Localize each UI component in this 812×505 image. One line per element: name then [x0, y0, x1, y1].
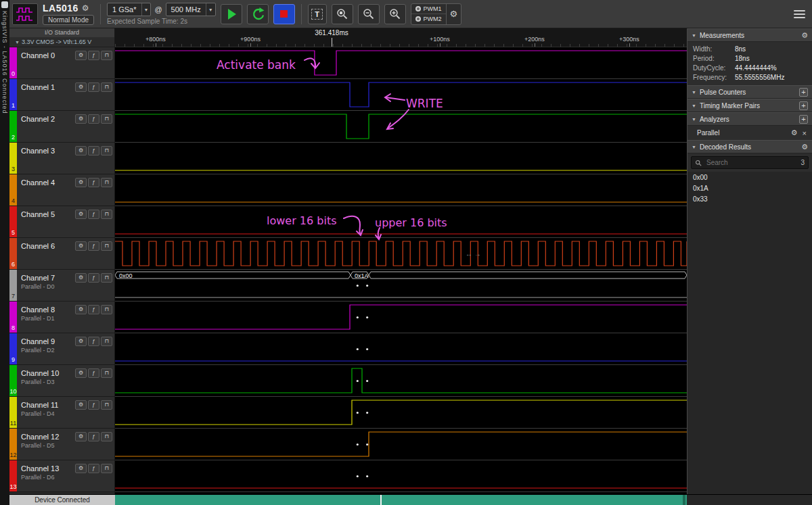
- device-mode-button[interactable]: Normal Mode: [43, 15, 94, 25]
- zoom-out-button[interactable]: [358, 4, 380, 24]
- waveform-rows[interactable]: ↔ →0x000x1A: [115, 47, 687, 492]
- waveform-row[interactable]: [115, 47, 687, 79]
- waveform-row[interactable]: [115, 397, 687, 429]
- channel-badge[interactable]: 3: [9, 143, 17, 174]
- channel-settings-button[interactable]: ⚙: [75, 432, 87, 441]
- add-analyzer-button[interactable]: +: [799, 115, 808, 124]
- channel-trigger-button[interactable]: ƒ: [88, 178, 99, 187]
- channel-trigger-button[interactable]: ƒ: [88, 368, 99, 378]
- channel-settings-button[interactable]: ⚙: [75, 464, 87, 473]
- channel-row[interactable]: 6Channel 6⚙ƒ⊓: [9, 238, 114, 270]
- channel-row[interactable]: 1Channel 1⚙ƒ⊓: [9, 79, 114, 111]
- channel-settings-button[interactable]: ⚙: [75, 241, 87, 251]
- channel-measure-button[interactable]: ⊓: [101, 51, 112, 60]
- pulse-counters-header[interactable]: ▼ Pulse Counters +: [687, 85, 812, 99]
- decoded-results-header[interactable]: ▼ Decoded Results ⚙: [687, 140, 812, 153]
- channel-trigger-button[interactable]: ƒ: [88, 273, 99, 283]
- decoded-result-item[interactable]: 0x33: [687, 193, 812, 204]
- channel-measure-button[interactable]: ⊓: [101, 82, 112, 92]
- channel-row[interactable]: 11Channel 11Parallel - D4⚙ƒ⊓: [9, 397, 114, 429]
- channel-trigger-button[interactable]: ƒ: [88, 305, 99, 314]
- search-box[interactable]: 3: [691, 156, 809, 169]
- channel-badge[interactable]: 4: [9, 174, 17, 206]
- channel-row[interactable]: 7Channel 7Parallel - D0⚙ƒ⊓: [9, 270, 114, 302]
- channel-row[interactable]: 9Channel 9Parallel - D2⚙ƒ⊓: [9, 333, 114, 365]
- channel-measure-button[interactable]: ⊓: [101, 368, 112, 378]
- channel-measure-button[interactable]: ⊓: [101, 400, 112, 410]
- channel-measure-button[interactable]: ⊓: [101, 178, 112, 187]
- channel-measure-button[interactable]: ⊓: [101, 146, 112, 155]
- channel-trigger-button[interactable]: ƒ: [88, 337, 99, 346]
- channel-badge[interactable]: 10: [9, 365, 17, 396]
- channel-badge[interactable]: 8: [9, 302, 17, 333]
- channel-measure-button[interactable]: ⊓: [101, 305, 112, 314]
- waveform-row[interactable]: [115, 365, 687, 397]
- waveform-area[interactable]: 361.418ms +800ns+900ns+100ns+200ns+300ns…: [115, 28, 687, 492]
- channel-trigger-button[interactable]: ƒ: [88, 400, 99, 410]
- channel-measure-button[interactable]: ⊓: [101, 273, 112, 283]
- channel-trigger-button[interactable]: ƒ: [88, 210, 99, 219]
- stop-button[interactable]: [273, 4, 295, 24]
- sample-rate-select[interactable]: 500 MHz ▼: [166, 3, 216, 16]
- channel-settings-button[interactable]: ⚙: [75, 210, 87, 219]
- timing-marker-pairs-header[interactable]: ▼ Timing Marker Pairs +: [687, 99, 812, 112]
- voltage-standard-select[interactable]: ▼3.3V CMOS -> Vth:1.65 V: [9, 37, 114, 47]
- device-settings-gear-icon[interactable]: ⚙: [82, 3, 89, 13]
- decoded-result-item[interactable]: 0x1A: [687, 183, 812, 193]
- waveform-row[interactable]: [115, 206, 687, 238]
- waveform-row[interactable]: [115, 302, 687, 333]
- waveform-row[interactable]: 0x000x1A: [115, 270, 687, 302]
- channel-badge[interactable]: 12: [9, 429, 17, 460]
- channel-row[interactable]: 10Channel 10Parallel - D3⚙ƒ⊓: [9, 365, 114, 397]
- channel-measure-button[interactable]: ⊓: [101, 432, 112, 441]
- analyzers-header[interactable]: ▼ Analyzers +: [687, 112, 812, 126]
- channel-row[interactable]: 8Channel 8Parallel - D1⚙ƒ⊓: [9, 302, 114, 333]
- channel-settings-button[interactable]: ⚙: [75, 305, 87, 314]
- channel-trigger-button[interactable]: ƒ: [88, 82, 99, 92]
- repeat-capture-button[interactable]: [247, 4, 269, 24]
- waveform-row[interactable]: [115, 174, 687, 206]
- zoom-fit-button[interactable]: [332, 4, 353, 24]
- time-ruler[interactable]: 361.418ms +800ns+900ns+100ns+200ns+300ns: [115, 28, 687, 47]
- channel-badge[interactable]: 11: [9, 397, 17, 428]
- channel-badge[interactable]: 1: [9, 79, 17, 110]
- channel-settings-button[interactable]: ⚙: [75, 114, 87, 124]
- menu-button[interactable]: [794, 10, 805, 18]
- channel-row[interactable]: 2Channel 2⚙ƒ⊓: [9, 111, 114, 143]
- channel-settings-button[interactable]: ⚙: [75, 400, 87, 410]
- channel-settings-button[interactable]: ⚙: [75, 51, 87, 60]
- channel-measure-button[interactable]: ⊓: [101, 241, 112, 251]
- channel-trigger-button[interactable]: ƒ: [88, 241, 99, 251]
- window-title-strip[interactable]: KingstVIS - LA5016 Connected: [0, 0, 9, 505]
- channel-badge[interactable]: 5: [9, 206, 17, 237]
- waveform-row[interactable]: [115, 333, 687, 365]
- add-timing-marker-pair-button[interactable]: +: [799, 101, 808, 110]
- trigger-settings-button[interactable]: T: [308, 4, 327, 24]
- channel-row[interactable]: 12Channel 12Parallel - D5⚙ƒ⊓: [9, 429, 114, 460]
- start-button[interactable]: [221, 4, 242, 24]
- channel-trigger-button[interactable]: ƒ: [88, 464, 99, 473]
- channel-measure-button[interactable]: ⊓: [101, 114, 112, 124]
- add-pulse-counter-button[interactable]: +: [799, 88, 808, 97]
- search-input[interactable]: [705, 158, 797, 167]
- channel-trigger-button[interactable]: ƒ: [88, 432, 99, 441]
- channel-badge[interactable]: 13: [9, 460, 17, 491]
- channel-row[interactable]: 4Channel 4⚙ƒ⊓: [9, 174, 114, 206]
- channel-settings-button[interactable]: ⚙: [75, 178, 87, 187]
- channel-settings-button[interactable]: ⚙: [75, 146, 87, 155]
- channel-trigger-button[interactable]: ƒ: [88, 146, 99, 155]
- channel-settings-button[interactable]: ⚙: [75, 368, 87, 378]
- pwm2-button[interactable]: PWM2: [411, 14, 446, 24]
- measurements-header[interactable]: ▼ Measurements ⚙: [687, 28, 812, 42]
- waveform-row[interactable]: ↔ →: [115, 238, 687, 270]
- channel-badge[interactable]: 2: [9, 111, 17, 142]
- channel-badge[interactable]: 6: [9, 238, 17, 269]
- pwm1-button[interactable]: PWM1: [411, 4, 446, 15]
- measurements-gear-icon[interactable]: ⚙: [801, 31, 808, 40]
- waveform-row[interactable]: [115, 429, 687, 460]
- channel-badge[interactable]: 0: [9, 47, 17, 78]
- channel-settings-button[interactable]: ⚙: [75, 337, 87, 346]
- channel-badge[interactable]: 7: [9, 270, 17, 301]
- waveform-row[interactable]: [115, 79, 687, 111]
- waveform-row[interactable]: [115, 143, 687, 174]
